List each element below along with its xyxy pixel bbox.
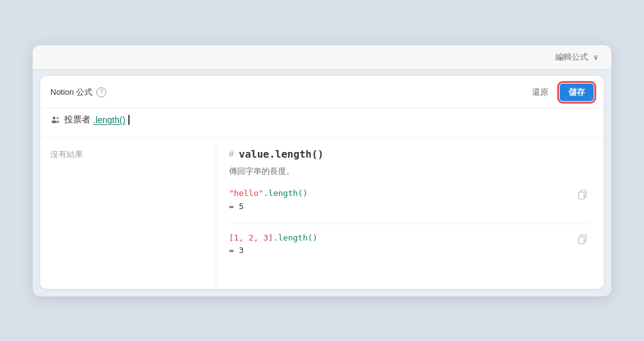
svg-rect-7 bbox=[579, 237, 584, 244]
formula-content: 沒有結果 # value.length() 傳回字串的長度。 "hello".l… bbox=[40, 138, 604, 289]
help-icon[interactable]: ? bbox=[96, 87, 106, 97]
chevron-down-icon: ∨ bbox=[593, 53, 599, 62]
top-bar: 編輯公式 ∨ bbox=[33, 45, 611, 70]
top-bar-title: 編輯公式 bbox=[555, 51, 588, 63]
text-cursor bbox=[128, 115, 130, 125]
divider-1 bbox=[229, 224, 591, 224]
formula-input-line: 投票者 .length() bbox=[50, 114, 594, 126]
doc-description: 傳回字串的長度。 bbox=[229, 165, 591, 178]
svg-rect-5 bbox=[579, 192, 584, 199]
formula-label-row: Notion 公式 ? bbox=[50, 87, 106, 98]
no-results-label: 沒有結果 bbox=[50, 149, 83, 159]
code-example-2: [1, 2, 3].length() = 3 bbox=[229, 232, 591, 258]
revert-button[interactable]: 還原 bbox=[527, 84, 553, 100]
svg-point-0 bbox=[53, 116, 55, 119]
code-string-1: "hello" bbox=[229, 188, 264, 198]
people-icon bbox=[50, 115, 60, 125]
main-container: 編輯公式 ∨ Notion 公式 ? 還原 儲存 bbox=[33, 45, 611, 296]
code-line-1a: "hello".length() bbox=[229, 187, 591, 200]
code-line-2a: [1, 2, 3].length() bbox=[229, 232, 591, 245]
copy-icon-1[interactable] bbox=[576, 188, 589, 201]
formula-input-area[interactable]: 投票者 .length() bbox=[40, 108, 604, 138]
copy-icon-2[interactable] bbox=[576, 233, 589, 246]
doc-title: # value.length() bbox=[229, 148, 591, 160]
right-panel: # value.length() 傳回字串的長度。 "hello".length… bbox=[216, 138, 604, 289]
doc-hash: # bbox=[229, 149, 234, 159]
code-array-2: [1, 2, 3] bbox=[229, 233, 273, 242]
code-result-1: = 5 bbox=[229, 200, 591, 214]
save-button[interactable]: 儲存 bbox=[560, 84, 594, 101]
code-example-1: "hello".length() = 5 bbox=[229, 187, 591, 214]
formula-label: Notion 公式 bbox=[50, 87, 92, 98]
code-result-2: = 3 bbox=[229, 244, 591, 257]
code-method-2: .length() bbox=[273, 233, 317, 242]
code-method-1: .length() bbox=[264, 188, 308, 198]
left-panel: 沒有結果 bbox=[40, 138, 216, 289]
formula-panel: Notion 公式 ? 還原 儲存 bbox=[40, 76, 604, 289]
svg-point-3 bbox=[56, 121, 60, 123]
formula-header: Notion 公式 ? 還原 儲存 bbox=[40, 76, 604, 108]
formula-property: 投票者 bbox=[64, 114, 91, 126]
formula-method: .length() bbox=[93, 115, 125, 125]
doc-function-name: value.length() bbox=[239, 148, 324, 160]
svg-point-2 bbox=[57, 117, 59, 119]
header-actions: 還原 儲存 bbox=[527, 84, 594, 101]
